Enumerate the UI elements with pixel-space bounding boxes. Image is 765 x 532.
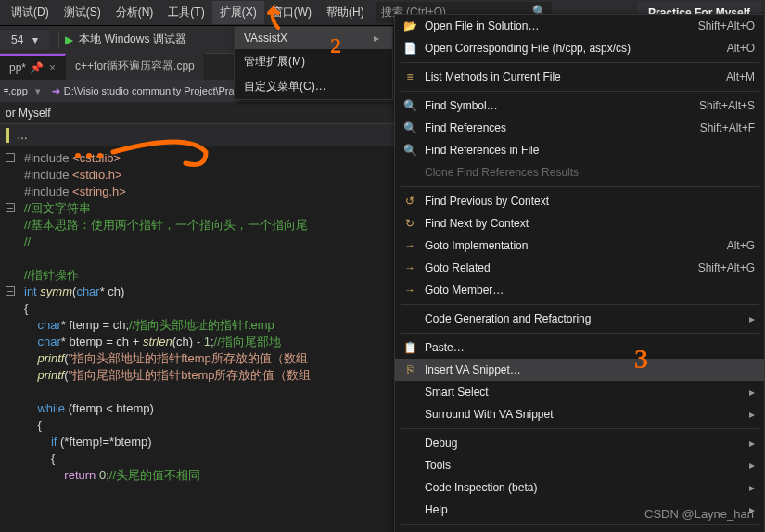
chevron-right-icon: ▸ (749, 312, 755, 325)
fold-minus-icon[interactable] (6, 153, 15, 162)
extensions-submenu: VAssistX▸管理扩展(M)自定义菜单(C)… (234, 26, 393, 100)
chevron-right-icon: ▸ (374, 32, 379, 44)
menu-item[interactable]: 分析(N) (108, 1, 161, 24)
watermark: CSDN @Layne_han (644, 507, 754, 521)
menu-item-icon: ⎘ (401, 362, 419, 377)
menu-item-icon (401, 502, 419, 517)
menu-item[interactable]: 窗口(W) (264, 1, 319, 24)
context-menu-item[interactable]: Debug▸ (395, 432, 764, 454)
context-menu-item[interactable]: Code Inspection (beta)▸ (395, 476, 764, 499)
menu-item-icon: → (401, 238, 419, 253)
menu-item[interactable]: 调试(D) (4, 1, 57, 24)
context-menu-item[interactable]: Code Generation and Refactoring▸ (395, 308, 764, 330)
context-menu-item[interactable]: Surround With VA Snippet▸ (395, 403, 764, 425)
context-menu-item[interactable]: 🔍Find Symbol…Shift+Alt+S (395, 95, 764, 117)
menu-item[interactable]: 扩展(X) (212, 1, 264, 24)
pin-icon[interactable]: 📌 (30, 61, 44, 74)
shortcut-label: Shift+Alt+S (699, 99, 755, 112)
context-menu-item[interactable]: ≡List Methods in Current FileAlt+M (395, 66, 764, 88)
vassistx-context-menu: 📂Open File in Solution…Shift+Alt+O📄Open … (394, 14, 765, 532)
fold-minus-icon[interactable] (6, 203, 15, 212)
context-menu-item[interactable]: 📂Open File in Solution…Shift+Alt+O (395, 15, 764, 37)
run-target[interactable]: 本地 Windows 调试器 (79, 32, 185, 47)
close-icon[interactable]: × (49, 61, 56, 74)
menu-item-icon: 📄 (401, 41, 419, 56)
menu-item-icon: 📂 (401, 19, 419, 33)
chevron-right-icon: ▸ (749, 408, 755, 421)
shortcut-label: Alt+M (726, 70, 755, 83)
context-menu-item: Clone Find References Results (395, 161, 764, 184)
context-menu-item[interactable]: →Goto RelatedShift+Alt+G (395, 257, 764, 279)
menu-item-icon (401, 385, 419, 399)
context-menu-item[interactable]: ↻Find Next by Context (395, 212, 764, 234)
file-tab[interactable]: pp*📌× (0, 54, 66, 80)
context-menu-item[interactable]: 🔍Find ReferencesShift+Alt+F (395, 117, 764, 139)
context-menu-item[interactable]: 📋Paste… (395, 336, 764, 359)
chevron-right-icon: ▸ (749, 437, 755, 450)
menu-item-icon (401, 436, 419, 450)
shortcut-label: Alt+G (727, 239, 755, 252)
chevron-right-icon: ▸ (749, 481, 755, 494)
shortcut-label: Shift+Alt+O (698, 19, 755, 32)
submenu-item[interactable]: VAssistX▸ (235, 27, 392, 49)
submenu-item[interactable]: 自定义菜单(C)… (235, 74, 392, 99)
menu-item-icon: → (401, 260, 419, 275)
submenu-item[interactable]: 管理扩展(M) (235, 49, 392, 74)
context-menu-item[interactable]: 📄Open Corresponding File (h/cpp, aspx/cs… (395, 37, 764, 59)
menu-item-icon: 🔍 (401, 143, 419, 158)
menu-item-icon: 🔍 (401, 120, 419, 135)
context-menu-item[interactable]: ⎘Insert VA Snippet… (395, 359, 764, 381)
context-menu-item[interactable]: →Goto ImplementationAlt+G (395, 234, 764, 257)
menu-item-icon (401, 311, 419, 326)
menu-item-icon (401, 458, 419, 473)
context-menu-item[interactable]: ↺Find Previous by Context (395, 190, 764, 212)
menu-item-icon: 🔍 (401, 98, 419, 113)
context-menu-item[interactable]: 🍅Enable/Disable Visual Assist (395, 527, 764, 532)
menu-item-icon: ↻ (401, 216, 419, 231)
context-menu-item[interactable]: →Goto Member… (395, 279, 764, 301)
menu-item-icon: → (401, 283, 419, 298)
chevron-right-icon: ▸ (749, 386, 755, 399)
menu-item[interactable]: 帮助(H) (319, 1, 372, 24)
menu-item-icon: ↺ (401, 194, 419, 209)
menu-item-icon (401, 407, 419, 422)
menu-item-icon: ≡ (401, 70, 419, 84)
shortcut-label: Alt+O (727, 42, 755, 55)
file-tab[interactable]: c++for循环遍历容器.cpp (66, 53, 205, 80)
shortcut-label: Shift+Alt+F (700, 121, 755, 134)
shortcut-label: Shift+Alt+G (698, 261, 755, 274)
fold-minus-icon[interactable] (6, 286, 15, 296)
chevron-right-icon: ▸ (749, 459, 755, 472)
menu-item-icon: 📋 (401, 340, 419, 355)
menu-item-icon (401, 480, 419, 495)
breadcrumb-file[interactable]: ǂ.cpp (4, 85, 28, 97)
nav-arrow-icon[interactable]: ➜ (52, 85, 60, 97)
menu-item-icon (401, 165, 419, 180)
play-icon[interactable]: ▶ (65, 33, 73, 46)
context-menu-item[interactable]: Tools▸ (395, 454, 764, 476)
menu-item[interactable]: 工具(T) (160, 1, 211, 24)
context-menu-item[interactable]: Smart Select▸ (395, 381, 764, 403)
context-menu-item[interactable]: 🔍Find References in File (395, 139, 764, 161)
menu-item[interactable]: 测试(S) (57, 1, 108, 24)
config-combo[interactable]: 54 ▾ (0, 31, 49, 49)
